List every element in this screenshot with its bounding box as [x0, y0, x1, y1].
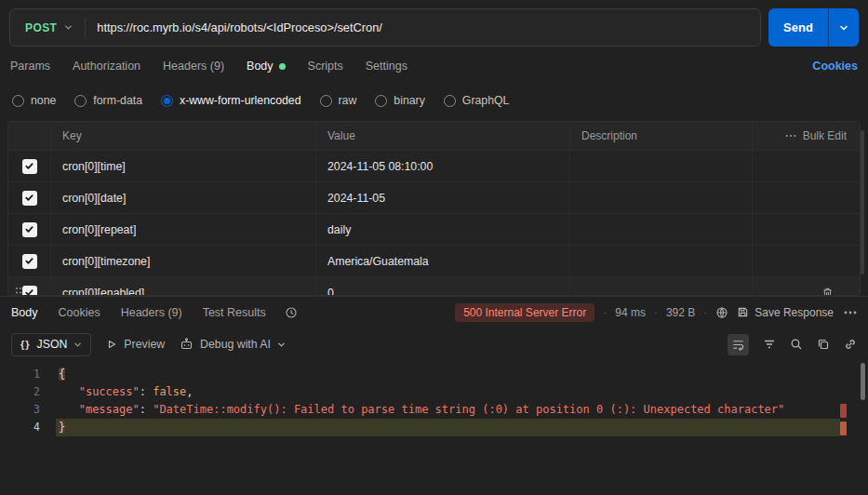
code-line: 4} [0, 419, 868, 436]
body-type-radios: noneform-datax-www-form-urlencodedrawbin… [12, 86, 856, 115]
row-select-cell [8, 277, 51, 296]
response-scrollbar[interactable] [861, 363, 865, 400]
cookies-link[interactable]: Cookies [812, 60, 858, 73]
tab-scripts[interactable]: Scripts [308, 47, 343, 86]
response-format-dropdown[interactable]: {} JSON [11, 333, 91, 356]
row-actions [753, 182, 860, 213]
row-checkbox[interactable] [22, 286, 37, 297]
request-tabs-row: ParamsAuthorizationHeaders (9)BodyScript… [10, 47, 858, 86]
row-value-field[interactable]: 2024-11-05 08:10:00 [316, 151, 570, 181]
code-content: } [56, 419, 840, 436]
row-value-field[interactable]: 2024-11-05 [316, 182, 570, 213]
body-type-form-data[interactable]: form-data [74, 94, 142, 107]
row-checkbox[interactable] [22, 191, 37, 206]
body-type-graphql[interactable]: GraphQL [444, 94, 510, 107]
radio-icon [74, 95, 87, 107]
filter-icon[interactable] [763, 339, 776, 350]
row-actions [753, 277, 860, 296]
drag-handle-icon[interactable] [15, 287, 22, 296]
code-line: 1{ [0, 366, 868, 383]
link-icon[interactable] [844, 338, 857, 351]
play-icon [106, 339, 117, 350]
row-checkbox[interactable] [22, 159, 37, 174]
row-key-field[interactable]: cron[0][repeat] [51, 214, 316, 245]
body-type-raw[interactable]: raw [320, 94, 357, 107]
row-actions [753, 246, 860, 276]
response-tab-body[interactable]: Body [11, 297, 38, 328]
url-input[interactable] [86, 20, 760, 34]
tab-settings[interactable]: Settings [366, 47, 407, 86]
row-select-cell [8, 151, 51, 181]
delete-row-icon[interactable] [821, 287, 834, 297]
more-dots-icon [785, 134, 796, 138]
search-icon[interactable] [790, 338, 803, 351]
method-label: POST [25, 21, 57, 34]
radio-icon [161, 95, 173, 107]
network-globe-icon[interactable] [715, 306, 728, 319]
preview-button[interactable]: Preview [106, 338, 165, 351]
tab-label: Authorization [73, 60, 140, 73]
radio-icon [444, 95, 456, 107]
body-type-binary[interactable]: binary [375, 94, 425, 107]
radio-label: raw [339, 94, 357, 107]
row-description-field[interactable] [570, 246, 753, 276]
row-value-field[interactable]: daily [316, 214, 570, 245]
tab-body[interactable]: Body [247, 47, 286, 86]
tab-authorization[interactable]: Authorization [73, 47, 140, 86]
debug-label: Debug with AI [200, 338, 271, 351]
method-selector[interactable]: POST [10, 9, 85, 46]
save-response-button[interactable]: Save Response [737, 306, 834, 319]
line-number: 4 [0, 419, 56, 436]
body-type-none[interactable]: none [12, 94, 56, 107]
tab-label: Headers (9) [121, 306, 182, 319]
response-tab-cookies[interactable]: Cookies [59, 297, 100, 328]
tab-label: Test Results [203, 306, 266, 319]
response-tab-headers-9[interactable]: Headers (9) [121, 297, 182, 328]
request-tabs: ParamsAuthorizationHeaders (9)BodyScript… [10, 47, 407, 86]
row-description-field[interactable] [570, 182, 753, 213]
response-tabs: BodyCookiesHeaders (9)Test Results [11, 297, 266, 328]
tab-label: Scripts [308, 60, 343, 73]
body-type-x-www-form-urlencoded[interactable]: x-www-form-urlencoded [161, 94, 301, 107]
row-description-field[interactable] [570, 214, 753, 245]
debug-with-ai-button[interactable]: Debug with AI [180, 338, 286, 351]
row-checkbox[interactable] [22, 254, 37, 269]
response-toolbar: {} JSON Preview Debug with AI [0, 328, 868, 361]
row-description-field[interactable] [570, 151, 753, 181]
row-key-field[interactable]: cron[0][date] [51, 182, 316, 213]
tab-headers-9[interactable]: Headers (9) [163, 47, 224, 86]
table-scrollbar[interactable] [861, 130, 864, 274]
copy-icon[interactable] [817, 338, 830, 351]
row-value-field[interactable]: 0 [316, 277, 570, 296]
row-checkbox[interactable] [22, 222, 37, 237]
row-key-field[interactable]: cron[0][enabled] [51, 277, 316, 296]
bulk-edit-button[interactable]: Bulk Edit [753, 122, 860, 150]
line-number: 1 [0, 366, 56, 383]
row-description-field[interactable] [570, 277, 753, 296]
request-url-row: POST Send [9, 8, 859, 47]
code-content: "message": "DateTime::modify(): Failed t… [56, 401, 840, 419]
preview-label: Preview [124, 338, 165, 351]
value-column-header: Value [316, 122, 570, 150]
response-view-icons [728, 334, 857, 355]
row-key-field[interactable]: cron[0][time] [51, 151, 316, 181]
send-button[interactable]: Send [768, 8, 828, 47]
tab-params[interactable]: Params [10, 47, 50, 86]
more-options-icon[interactable] [844, 311, 857, 314]
row-select-cell [8, 182, 51, 213]
response-tab-test-results[interactable]: Test Results [203, 297, 266, 328]
row-key-field[interactable]: cron[0][timezone] [51, 246, 316, 276]
radio-label: binary [394, 94, 425, 107]
row-value-field[interactable]: America/Guatemala [316, 246, 570, 276]
wrap-text-icon[interactable] [728, 334, 749, 355]
tab-label: Settings [366, 60, 407, 73]
table-header: Key Value Description Bulk Edit [8, 122, 860, 151]
format-label: JSON [37, 338, 68, 351]
separator-dot: · [654, 306, 658, 319]
separator-dot: · [703, 306, 707, 319]
separator-dot: · [603, 306, 607, 319]
response-history-icon[interactable] [285, 306, 298, 319]
chevron-down-icon [73, 341, 82, 349]
send-options-button[interactable] [828, 8, 859, 47]
tab-label: Headers (9) [163, 60, 224, 73]
